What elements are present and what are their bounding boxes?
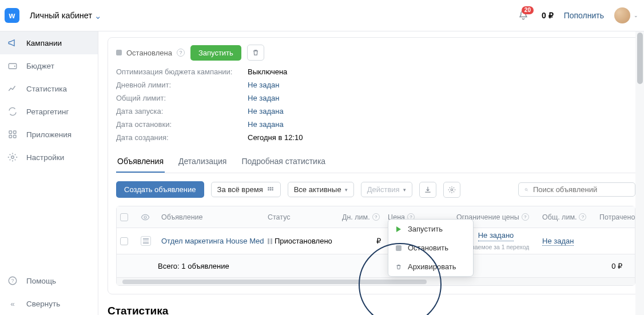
archive-button[interactable]: [247, 45, 264, 61]
create-ad-button[interactable]: Создать объявление: [116, 181, 204, 198]
wallet-icon: [7, 61, 18, 71]
daily-limit-cell: ₽: [339, 237, 384, 245]
svg-rect-4: [9, 135, 12, 138]
stop-icon: [396, 245, 401, 251]
svg-rect-14: [272, 189, 273, 190]
sidebar-item-settings[interactable]: Настройки: [0, 146, 98, 169]
status-context-menu: Запустить Остановить Архивировать: [388, 219, 474, 277]
sidebar-item-label: Ретаргетинг: [26, 107, 69, 116]
total-limit-cell[interactable]: Не задан: [539, 237, 596, 246]
help-icon[interactable]: ?: [522, 213, 529, 221]
avatar-menu[interactable]: ⌄: [614, 7, 638, 23]
actions-select[interactable]: Действия ▾: [361, 182, 412, 197]
start-date-link[interactable]: Не задана: [248, 107, 635, 115]
svg-rect-2: [9, 131, 12, 134]
tabs: Объявления Детализация Подробная статист…: [116, 151, 635, 173]
collapse-icon: «: [7, 300, 18, 308]
stats-heading: Статистика: [108, 305, 644, 315]
chevron-down-icon: ⌄: [634, 13, 638, 18]
meta-label: Оптимизация бюджета кампании:: [116, 67, 248, 76]
total-limit-link[interactable]: Не задан: [248, 94, 635, 102]
drag-handle-icon[interactable]: [141, 236, 151, 246]
topup-link[interactable]: Пополнить: [564, 11, 604, 20]
gear-icon: [448, 186, 456, 194]
help-icon[interactable]: ?: [579, 213, 586, 221]
refresh-icon: [7, 106, 18, 117]
vk-logo[interactable]: w: [5, 8, 19, 23]
sidebar-item-label: Настройки: [26, 153, 64, 162]
filter-select[interactable]: Все активные ▾: [288, 182, 354, 197]
ctx-archive[interactable]: Архивировать: [388, 257, 473, 276]
sidebar-item-budget[interactable]: Бюджет: [0, 54, 98, 77]
svg-point-6: [11, 156, 14, 159]
sidebar-item-stats[interactable]: Статистика: [0, 77, 98, 100]
topbar: w Личный кабинет ⌄ 20 0 ₽ Пополнить ⌄: [0, 0, 644, 31]
stop-icon: [116, 50, 122, 55]
meta-value: Сегодня в 12:10: [248, 133, 635, 142]
play-icon: [396, 226, 401, 232]
sidebar: Кампании Бюджет Статистика Ретаргетинг П…: [0, 31, 98, 315]
notifications-button[interactable]: 20: [515, 7, 531, 23]
ad-link[interactable]: Отдел маркетинга House Media: [158, 237, 264, 245]
cabinet-dropdown[interactable]: Личный кабинет ⌄: [30, 11, 102, 21]
tab-ads[interactable]: Объявления: [116, 151, 165, 173]
svg-text:?: ?: [11, 278, 14, 284]
tab-detail[interactable]: Детализация: [177, 151, 228, 173]
sidebar-item-label: Помощь: [26, 277, 56, 285]
trash-icon: [252, 49, 260, 57]
sidebar-item-label: Бюджет: [26, 62, 54, 70]
select-all-checkbox[interactable]: [120, 213, 128, 221]
chevron-down-icon: ▾: [345, 187, 348, 193]
download-button[interactable]: [419, 182, 436, 198]
svg-rect-12: [268, 189, 269, 190]
chevron-down-icon: ⌄: [94, 11, 102, 21]
col-status[interactable]: Статус: [264, 213, 339, 221]
notification-badge: 20: [522, 6, 534, 14]
period-select[interactable]: За всё время: [211, 182, 281, 197]
meta-label: Дневной лимит:: [116, 81, 248, 89]
sidebar-item-campaigns[interactable]: Кампании: [0, 31, 98, 54]
daily-limit-link[interactable]: Не задан: [248, 81, 635, 89]
stop-date-link[interactable]: Не задана: [248, 120, 635, 129]
ctx-stop[interactable]: Остановить: [388, 238, 473, 257]
run-campaign-button[interactable]: Запустить: [190, 45, 241, 61]
svg-rect-3: [14, 131, 17, 134]
sidebar-item-label: Свернуть: [26, 300, 60, 308]
svg-point-17: [144, 216, 146, 218]
horizontal-scrollbar[interactable]: [117, 277, 635, 285]
col-daily-limit[interactable]: Дн. лим.?: [339, 213, 384, 221]
tab-full-stats[interactable]: Подробная статистика: [240, 151, 327, 173]
svg-point-1: [14, 66, 15, 67]
svg-rect-10: [270, 187, 271, 188]
ctx-run[interactable]: Запустить: [388, 220, 473, 238]
chart-line-icon: [7, 83, 18, 94]
meta-label: Дата создания:: [116, 133, 248, 142]
total-row: Всего: 1 объявление 0 ₽: [117, 254, 635, 277]
sidebar-item-apps[interactable]: Приложения: [0, 123, 98, 146]
preview-column: [137, 213, 158, 222]
sidebar-item-help[interactable]: ? Помощь: [0, 269, 98, 292]
help-icon[interactable]: ?: [177, 49, 185, 57]
chevron-down-icon: ▾: [403, 187, 406, 193]
col-ad[interactable]: Объявление: [158, 213, 264, 221]
pause-icon: [268, 238, 272, 244]
svg-rect-13: [270, 189, 271, 190]
meta-value: Выключена: [248, 67, 635, 76]
sidebar-item-retargeting[interactable]: Ретаргетинг: [0, 100, 98, 123]
columns-settings-button[interactable]: [443, 182, 460, 198]
sidebar-collapse[interactable]: « Свернуть: [0, 292, 98, 315]
svg-point-15: [451, 189, 453, 191]
svg-rect-9: [268, 187, 269, 188]
status-cell[interactable]: Приостановлено: [264, 237, 339, 245]
search-input[interactable]: [533, 185, 629, 194]
vertical-scrollbar[interactable]: [635, 31, 644, 315]
download-icon: [424, 186, 432, 194]
row-checkbox[interactable]: [120, 237, 128, 245]
apps-icon: [7, 129, 18, 139]
ads-table: Объявление Статус Дн. лим.? Цена? Ограни…: [116, 206, 635, 286]
search-icon: [524, 186, 528, 194]
help-icon[interactable]: ?: [372, 213, 380, 221]
toolbar: Создать объявление За всё время Все акти…: [116, 181, 635, 198]
col-total-limit[interactable]: Общ. лим.?: [539, 213, 596, 221]
search-box[interactable]: [518, 182, 635, 197]
